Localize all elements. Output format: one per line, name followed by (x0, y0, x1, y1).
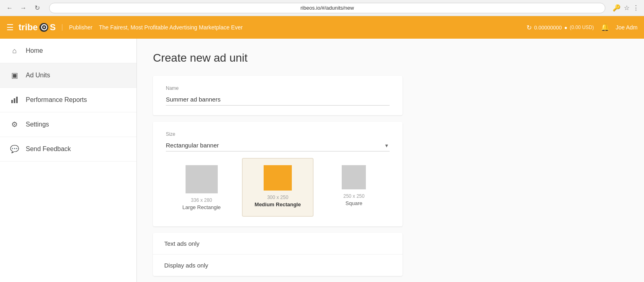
sidebar: ⌂ Home ▣ Ad Units Performance Reports ⚙ … (0, 39, 137, 282)
key-icon: 🔑 (613, 4, 621, 12)
balance-refresh-icon[interactable]: ↻ (526, 24, 532, 31)
square-name: Square (345, 200, 362, 206)
size-select[interactable]: Rectangular banner (166, 139, 390, 151)
sidebar-item-performance[interactable]: Performance Reports (0, 88, 136, 112)
settings-icon: ⚙ (10, 120, 19, 129)
medium-rect-dims: 300 x 250 (267, 195, 289, 200)
sidebar-item-settings-label: Settings (26, 121, 49, 128)
brand-logo: tribe ⊙ S (19, 22, 56, 33)
size-select-wrapper: Rectangular banner ▾ (166, 139, 390, 151)
forward-button[interactable]: → (19, 3, 28, 13)
adunits-icon: ▣ (10, 70, 19, 80)
name-input[interactable] (166, 93, 390, 106)
publisher-label: Publisher (62, 24, 92, 31)
name-label: Name (166, 85, 390, 91)
performance-icon (10, 95, 19, 105)
star-icon[interactable]: ☆ (624, 4, 630, 12)
sidebar-item-adunits[interactable]: ▣ Ad Units (0, 63, 136, 88)
name-section: Name (153, 76, 402, 115)
tagline: The Fairest, Most Profitable Advertising… (99, 24, 526, 31)
balance-usd: (0.00 USD) (570, 25, 594, 30)
sidebar-item-feedback[interactable]: 💬 Send Feedback (0, 137, 136, 162)
size-option-medium-rect[interactable]: 300 x 250 Medium Rectangle (242, 158, 313, 217)
home-icon: ⌂ (10, 46, 19, 56)
svg-rect-0 (11, 100, 13, 103)
sidebar-item-feedback-label: Send Feedback (26, 145, 71, 153)
size-option-large-rect[interactable]: 336 x 280 Large Rectangle (166, 158, 237, 217)
browser-chrome: ← → ↻ ribeos.io/#/adunits/new 🔑 ☆ ⋮ (0, 0, 644, 16)
browser-actions: 🔑 ☆ ⋮ (613, 4, 639, 12)
svg-rect-2 (16, 97, 18, 103)
back-button[interactable]: ← (5, 3, 14, 13)
medium-rect-name: Medium Rectangle (255, 201, 301, 207)
display-ads-option[interactable]: Display ads only (153, 255, 402, 276)
size-section: Size Rectangular banner ▾ 336 x 280 Larg… (153, 122, 402, 226)
token-icon: ● (564, 25, 568, 31)
user-name: Joe Adm (616, 24, 638, 31)
size-options: 336 x 280 Large Rectangle 300 x 250 Medi… (166, 158, 390, 217)
menu-icon[interactable]: ⋮ (633, 4, 639, 12)
text-ads-option[interactable]: Text ads only (153, 233, 402, 255)
feedback-icon: 💬 (10, 144, 19, 154)
main-content: Create new ad unit Name Size Rectangular… (137, 39, 644, 282)
sidebar-item-performance-label: Performance Reports (26, 96, 87, 104)
top-nav: ☰ tribe ⊙ S Publisher The Fairest, Most … (0, 16, 644, 39)
page-title: Create new ad unit (153, 52, 628, 64)
sidebar-item-home[interactable]: ⌂ Home (0, 39, 136, 63)
balance-display: ↻ 0.00000000 ● (0.00 USD) (526, 24, 594, 31)
sidebar-item-settings[interactable]: ⚙ Settings (0, 112, 136, 137)
size-option-square[interactable]: 250 x 250 Square (318, 158, 390, 217)
nav-right: ↻ 0.00000000 ● (0.00 USD) 🔔 Joe Adm (526, 23, 638, 32)
sidebar-item-home-label: Home (26, 47, 43, 54)
address-bar[interactable]: ribeos.io/#/adunits/new (49, 3, 605, 13)
notification-bell-icon[interactable]: 🔔 (601, 23, 609, 32)
medium-rect-preview (264, 165, 292, 191)
balance-amount: 0.00000000 (534, 25, 562, 31)
ad-type-section: Text ads only Display ads only (153, 233, 402, 276)
refresh-button[interactable]: ↻ (32, 3, 42, 13)
app-layout: ⌂ Home ▣ Ad Units Performance Reports ⚙ … (0, 39, 644, 282)
brand-circle-icon: ⊙ (39, 23, 48, 32)
large-rect-dims: 336 x 280 (191, 197, 212, 203)
hamburger-menu[interactable]: ☰ (6, 23, 14, 32)
square-preview (342, 165, 366, 189)
large-rect-name: Large Rectangle (182, 204, 221, 210)
square-dims: 250 x 250 (343, 193, 365, 199)
size-label: Size (166, 131, 390, 137)
large-rect-preview (186, 165, 218, 193)
sidebar-item-adunits-label: Ad Units (26, 72, 50, 79)
svg-rect-1 (14, 98, 15, 103)
